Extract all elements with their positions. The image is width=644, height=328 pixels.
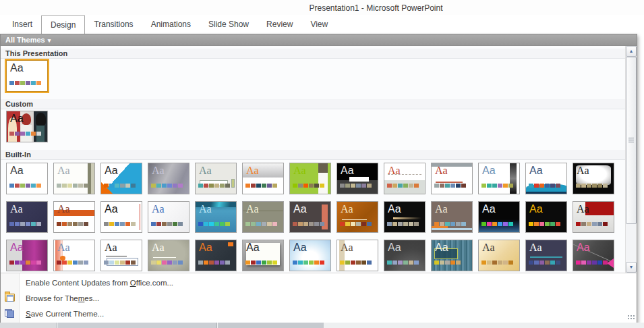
- tab-animations[interactable]: Animations: [142, 15, 200, 34]
- theme-thumbnail[interactable]: Aa: [148, 240, 189, 271]
- theme-thumbnail[interactable]: Aa: [384, 240, 426, 271]
- color-chip: [434, 222, 439, 226]
- color-chip: [198, 184, 203, 188]
- scroll-down-button[interactable]: ▼: [626, 262, 637, 273]
- color-chip: [320, 261, 324, 265]
- color-chip: [461, 222, 466, 226]
- tab-design[interactable]: Design: [41, 15, 85, 34]
- color-chip: [109, 261, 114, 265]
- all-themes-filter-button[interactable]: All Themes▾: [1, 34, 637, 46]
- color-chip: [298, 222, 303, 226]
- menu-item-enable-content-updates[interactable]: Enable Content Updates from Office.com..…: [1, 275, 637, 291]
- theme-color-chips: [9, 217, 42, 229]
- theme-thumbnail[interactable]: Aa: [6, 240, 48, 271]
- theme-art-shape: [585, 202, 614, 215]
- theme-aa-label: Aa: [293, 164, 306, 177]
- theme-thumbnail[interactable]: Aa: [289, 240, 331, 271]
- theme-aa-label: Aa: [152, 202, 165, 215]
- theme-thumbnail[interactable]: Aa: [431, 240, 473, 271]
- theme-thumbnail[interactable]: Aa: [525, 201, 567, 233]
- theme-thumbnail[interactable]: Aa: [384, 163, 426, 194]
- theme-thumbnail[interactable]: Aa: [53, 240, 95, 271]
- theme-thumbnail[interactable]: Aa: [336, 240, 378, 271]
- color-chip: [592, 261, 597, 265]
- scroll-up-button[interactable]: ▲: [626, 46, 637, 57]
- color-chip: [62, 261, 67, 265]
- theme-thumbnail[interactable]: Aa: [100, 201, 142, 233]
- color-chip: [220, 184, 225, 188]
- theme-thumbnail[interactable]: Aa: [195, 163, 237, 194]
- color-chip: [31, 222, 36, 226]
- theme-thumbnail[interactable]: Aa: [53, 163, 95, 194]
- color-chip: [36, 81, 41, 85]
- theme-thumbnail[interactable]: Aa: [242, 163, 284, 194]
- color-chip: [31, 184, 36, 188]
- theme-thumbnail[interactable]: Aa: [289, 201, 331, 233]
- tab-insert[interactable]: Insert: [3, 15, 41, 34]
- theme-color-chips: [387, 178, 419, 190]
- color-chip: [440, 222, 444, 226]
- theme-thumbnail[interactable]: Aa: [384, 201, 426, 233]
- resize-grip-icon[interactable]: [627, 315, 635, 321]
- theme-thumbnail[interactable]: Aa: [573, 201, 614, 233]
- theme-thumbnail[interactable]: Aa: [242, 240, 284, 271]
- theme-thumbnail[interactable]: Aa: [148, 201, 189, 233]
- color-chip: [57, 261, 61, 265]
- theme-aa-label: Aa: [10, 112, 24, 125]
- theme-thumbnail[interactable]: Aa: [431, 163, 473, 194]
- theme-thumbnail[interactable]: Aa: [53, 201, 95, 233]
- theme-thumbnail[interactable]: Aa: [573, 163, 614, 194]
- theme-thumbnail[interactable]: Aa: [6, 111, 48, 142]
- menu-item-save-current-theme[interactable]: Save Current Theme...: [1, 306, 637, 322]
- scrollbar-thumb[interactable]: [626, 57, 637, 224]
- this-presentation-items: Aa: [6, 60, 48, 92]
- color-chip: [597, 184, 602, 188]
- theme-thumbnail[interactable]: Aa: [573, 240, 614, 271]
- tab-review[interactable]: Review: [258, 15, 301, 34]
- menu-item-label: Enable Content Updates from Office.com..…: [26, 279, 173, 287]
- theme-thumbnail[interactable]: Aa: [148, 163, 189, 194]
- color-chip: [481, 261, 486, 265]
- theme-thumbnail[interactable]: Aa: [525, 240, 567, 271]
- color-chip: [173, 222, 177, 226]
- color-chip: [120, 222, 125, 226]
- theme-color-chips: [293, 217, 325, 229]
- theme-thumbnail[interactable]: Aa: [478, 163, 520, 194]
- color-chip: [214, 222, 219, 226]
- theme-thumbnail[interactable]: Aa: [336, 201, 378, 233]
- theme-thumbnail[interactable]: Aa: [6, 60, 48, 92]
- theme-thumbnail[interactable]: Aa: [6, 163, 48, 194]
- theme-thumbnail[interactable]: Aa: [100, 163, 142, 194]
- theme-thumbnail[interactable]: Aa: [195, 201, 237, 233]
- tab-transitions[interactable]: Transitions: [85, 15, 142, 34]
- color-chip: [508, 222, 513, 226]
- theme-thumbnail[interactable]: Aa: [100, 240, 142, 271]
- theme-thumbnail[interactable]: Aa: [289, 163, 331, 194]
- theme-thumbnail[interactable]: Aa: [525, 163, 567, 194]
- theme-thumbnail[interactable]: Aa: [336, 163, 378, 194]
- theme-thumbnail[interactable]: Aa: [242, 201, 284, 233]
- theme-aa-label: Aa: [199, 202, 212, 215]
- menu-item-browse-for-themes[interactable]: Browse for Themes...: [1, 291, 637, 306]
- theme-thumbnail[interactable]: Aa: [478, 240, 520, 271]
- color-chip: [481, 222, 486, 226]
- tab-slide-show[interactable]: Slide Show: [200, 15, 258, 34]
- color-chip: [340, 184, 345, 188]
- color-chip: [272, 184, 277, 188]
- color-chip: [220, 261, 225, 265]
- theme-thumbnail[interactable]: Aa: [6, 201, 48, 233]
- color-chip: [392, 184, 397, 188]
- gallery-scrollbar[interactable]: ▲ ▼: [625, 46, 636, 273]
- color-chip: [340, 261, 345, 265]
- color-chip: [592, 184, 597, 188]
- theme-aa-label: Aa: [529, 164, 543, 177]
- theme-color-chips: [340, 178, 372, 190]
- color-chip: [314, 184, 319, 188]
- color-chip: [162, 261, 167, 265]
- theme-thumbnail[interactable]: Aa: [195, 240, 237, 271]
- theme-thumbnail[interactable]: Aa: [431, 201, 473, 233]
- theme-thumbnail[interactable]: Aa: [478, 201, 520, 233]
- tab-view[interactable]: View: [301, 15, 336, 34]
- color-chip: [262, 184, 266, 188]
- color-chip: [556, 261, 560, 265]
